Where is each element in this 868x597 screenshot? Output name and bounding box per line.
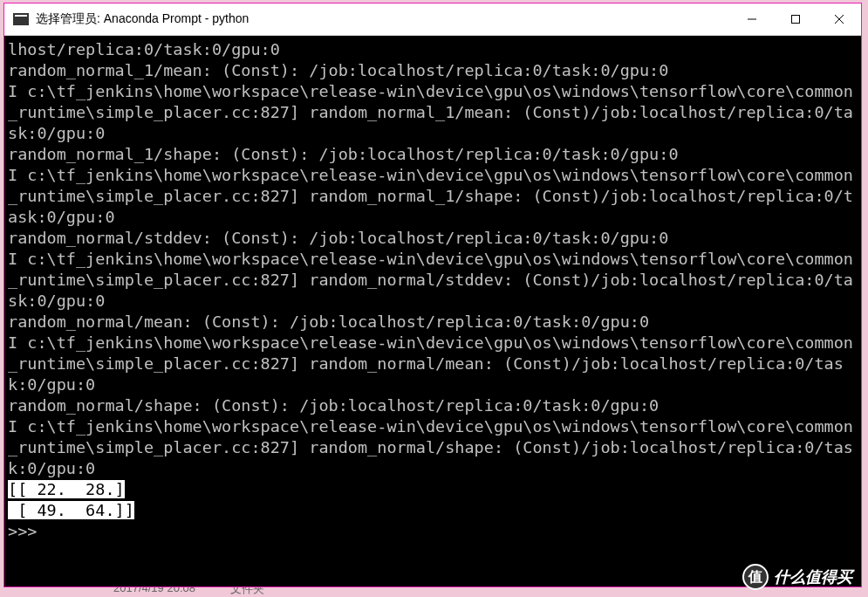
- terminal-line: lhost/replica:0/task:0/gpu:0: [8, 40, 280, 58]
- result-output: [[ 22. 28.] [ 49. 64.]]: [8, 480, 134, 519]
- watermark: 值 什么值得买: [742, 564, 852, 590]
- terminal-line: I c:\tf_jenkins\home\workspace\release-w…: [8, 250, 853, 310]
- minimize-button[interactable]: [730, 3, 774, 35]
- terminal-line: I c:\tf_jenkins\home\workspace\release-w…: [8, 417, 853, 477]
- terminal-line: random_normal_1/shape: (Const): /job:loc…: [8, 145, 679, 163]
- titlebar[interactable]: 选择管理员: Anaconda Prompt - python: [4, 3, 861, 36]
- terminal-output[interactable]: lhost/replica:0/task:0/gpu:0 random_norm…: [4, 36, 861, 587]
- window-title: 选择管理员: Anaconda Prompt - python: [36, 11, 730, 27]
- svg-rect-1: [792, 16, 800, 24]
- close-button[interactable]: [817, 3, 861, 35]
- watermark-badge-icon: 值: [742, 564, 769, 590]
- python-prompt: >>>: [8, 522, 47, 540]
- maximize-button[interactable]: [774, 3, 817, 35]
- terminal-line: random_normal/stddev: (Const): /job:loca…: [8, 229, 668, 247]
- terminal-line: I c:\tf_jenkins\home\workspace\release-w…: [8, 333, 853, 394]
- terminal-line: I c:\tf_jenkins\home\workspace\release-w…: [8, 166, 853, 226]
- terminal-window: 选择管理员: Anaconda Prompt - python lhost/re…: [3, 3, 862, 587]
- window-controls: [730, 3, 861, 35]
- terminal-line: I c:\tf_jenkins\home\workspace\release-w…: [8, 82, 853, 142]
- terminal-line: random_normal/shape: (Const): /job:local…: [8, 396, 659, 415]
- terminal-line: random_normal_1/mean: (Const): /job:loca…: [8, 61, 668, 79]
- terminal-line: random_normal/mean: (Const): /job:localh…: [8, 312, 649, 331]
- app-icon: [13, 13, 29, 25]
- watermark-text: 什么值得买: [774, 566, 852, 587]
